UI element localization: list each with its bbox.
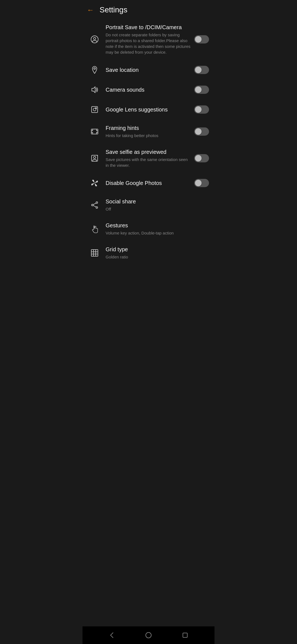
framing-hints-toggle[interactable] — [194, 127, 209, 136]
setting-grid-type[interactable]: Grid type Golden ratio — [82, 241, 215, 265]
header: ← Settings — [82, 0, 215, 19]
disable-google-photos-toggle-container — [194, 179, 209, 187]
setting-save-selfie[interactable]: Save selfie as previewed Save pictures w… — [82, 143, 215, 173]
portrait-save-toggle-thumb — [195, 36, 202, 43]
save-location-title: Save location — [106, 66, 191, 73]
social-share-title: Social share — [106, 198, 209, 205]
gestures-title: Gestures — [106, 222, 209, 229]
setting-google-lens[interactable]: Google Lens suggestions — [82, 100, 215, 119]
settings-list: Portrait Save to /DCIM/Camera Do not cre… — [82, 19, 215, 626]
setting-framing-hints[interactable]: Framing hints Hints for taking better ph… — [82, 119, 215, 143]
disable-google-photos-content: Disable Google Photos — [106, 179, 191, 187]
camera-sounds-icon — [88, 85, 101, 94]
google-lens-content: Google Lens suggestions — [106, 106, 191, 113]
nav-back-button[interactable] — [108, 631, 116, 639]
svg-rect-4 — [92, 107, 98, 113]
setting-gestures[interactable]: Gestures Volume key action, Double-tap a… — [82, 217, 215, 241]
nav-home-button[interactable] — [145, 631, 152, 639]
google-lens-icon — [88, 105, 101, 114]
save-selfie-title: Save selfie as previewed — [106, 148, 191, 155]
portrait-save-toggle[interactable] — [194, 35, 209, 43]
save-location-content: Save location — [106, 66, 191, 73]
svg-line-14 — [93, 205, 96, 207]
google-lens-title: Google Lens suggestions — [106, 106, 191, 113]
save-location-toggle-container — [194, 66, 209, 74]
save-selfie-toggle-container — [194, 154, 209, 162]
disable-google-photos-icon — [88, 179, 101, 187]
google-lens-toggle[interactable] — [194, 105, 209, 114]
gestures-subtitle: Volume key action, Double-tap action — [106, 230, 209, 236]
portrait-save-icon — [88, 35, 101, 44]
portrait-save-content: Portrait Save to /DCIM/Camera Do not cre… — [106, 24, 191, 55]
camera-sounds-content: Camera sounds — [106, 86, 191, 93]
framing-hints-toggle-thumb — [195, 128, 202, 135]
framing-hints-title: Framing hints — [106, 124, 191, 132]
grid-type-title: Grid type — [106, 246, 209, 253]
portrait-save-subtitle: Do not create separate folders by saving… — [106, 32, 191, 55]
social-share-subtitle: Off — [106, 206, 209, 212]
save-location-toggle-thumb — [195, 67, 202, 73]
svg-marker-3 — [92, 87, 95, 93]
setting-disable-google-photos[interactable]: Disable Google Photos — [82, 173, 215, 193]
framing-hints-content: Framing hints Hints for taking better ph… — [106, 124, 191, 138]
grid-type-subtitle: Golden ratio — [106, 254, 209, 260]
save-selfie-icon — [88, 154, 101, 163]
svg-point-2 — [94, 68, 95, 69]
portrait-save-title: Portrait Save to /DCIM/Camera — [106, 24, 191, 31]
disable-google-photos-toggle[interactable] — [194, 179, 209, 187]
setting-save-location[interactable]: Save location — [82, 60, 215, 80]
save-selfie-subtitle: Save pictures with the same orientation … — [106, 157, 191, 168]
save-location-icon — [88, 66, 101, 74]
svg-point-6 — [95, 108, 97, 109]
save-location-toggle[interactable] — [194, 66, 209, 74]
framing-hints-toggle-container — [194, 127, 209, 136]
social-share-content: Social share Off — [106, 198, 209, 212]
camera-sounds-toggle[interactable] — [194, 86, 209, 94]
setting-camera-sounds[interactable]: Camera sounds — [82, 80, 215, 100]
svg-point-1 — [94, 37, 96, 40]
camera-sounds-title: Camera sounds — [106, 86, 191, 93]
framing-hints-icon — [88, 127, 101, 136]
gestures-icon — [88, 225, 101, 233]
portrait-save-toggle-container — [194, 35, 209, 43]
social-share-icon — [88, 201, 101, 209]
google-lens-toggle-thumb — [195, 106, 202, 113]
back-button[interactable]: ← — [87, 6, 94, 13]
svg-point-9 — [94, 156, 96, 159]
svg-rect-15 — [91, 250, 98, 256]
svg-rect-7 — [91, 129, 98, 134]
nav-recents-button[interactable] — [181, 631, 189, 639]
framing-hints-subtitle: Hints for taking better photos — [106, 133, 191, 138]
page-title: Settings — [100, 6, 127, 14]
disable-google-photos-title: Disable Google Photos — [106, 179, 191, 187]
google-lens-toggle-container — [194, 105, 209, 114]
grid-type-content: Grid type Golden ratio — [106, 246, 209, 260]
setting-portrait-save[interactable]: Portrait Save to /DCIM/Camera Do not cre… — [82, 19, 215, 60]
save-selfie-toggle[interactable] — [194, 154, 209, 162]
svg-point-20 — [146, 632, 151, 638]
camera-sounds-toggle-thumb — [195, 86, 202, 93]
svg-line-13 — [93, 203, 96, 204]
disable-google-photos-toggle-thumb — [195, 180, 202, 186]
navigation-bar — [82, 626, 215, 644]
save-selfie-content: Save selfie as previewed Save pictures w… — [106, 148, 191, 168]
camera-sounds-toggle-container — [194, 86, 209, 94]
gestures-content: Gestures Volume key action, Double-tap a… — [106, 222, 209, 236]
svg-rect-21 — [183, 633, 187, 637]
save-selfie-toggle-thumb — [195, 155, 202, 162]
setting-social-share[interactable]: Social share Off — [82, 193, 215, 217]
grid-type-icon — [88, 249, 101, 257]
